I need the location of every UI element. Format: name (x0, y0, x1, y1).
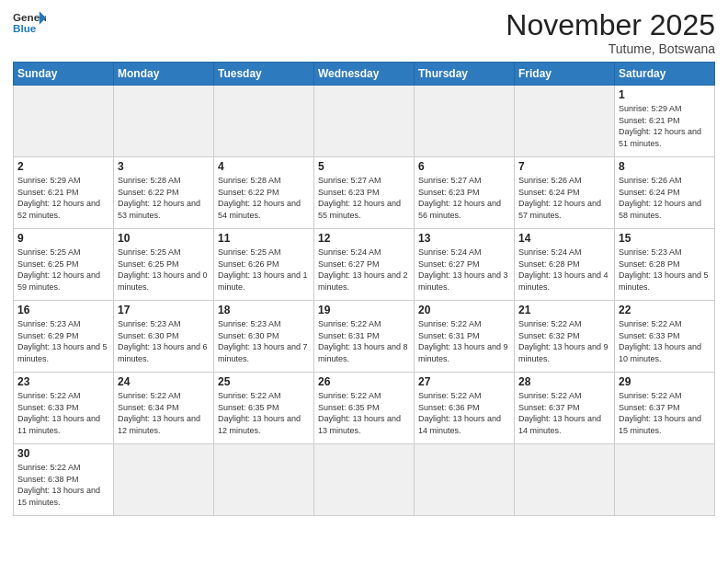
calendar-subtitle: Tutume, Botswana (506, 41, 715, 56)
day-info: Sunrise: 5:29 AM Sunset: 6:21 PM Dayligh… (17, 175, 109, 221)
day-cell: 4Sunrise: 5:28 AM Sunset: 6:22 PM Daylig… (214, 157, 314, 229)
week-row-4: 23Sunrise: 5:22 AM Sunset: 6:33 PM Dayli… (14, 373, 715, 444)
day-info: Sunrise: 5:25 AM Sunset: 6:25 PM Dayligh… (17, 247, 109, 293)
day-number: 3 (118, 160, 210, 173)
day-info: Sunrise: 5:23 AM Sunset: 6:30 PM Dayligh… (218, 318, 310, 364)
day-cell: 28Sunrise: 5:22 AM Sunset: 6:37 PM Dayli… (515, 373, 615, 444)
day-number: 15 (619, 232, 711, 245)
day-cell: 30Sunrise: 5:22 AM Sunset: 6:38 PM Dayli… (14, 444, 114, 516)
day-cell: 24Sunrise: 5:22 AM Sunset: 6:34 PM Dayli… (114, 373, 214, 444)
day-cell: 7Sunrise: 5:26 AM Sunset: 6:24 PM Daylig… (515, 157, 615, 229)
day-number: 5 (318, 160, 410, 173)
day-number: 17 (118, 304, 210, 316)
day-info: Sunrise: 5:25 AM Sunset: 6:26 PM Dayligh… (218, 247, 310, 293)
day-cell: 26Sunrise: 5:22 AM Sunset: 6:35 PM Dayli… (314, 373, 415, 444)
day-number: 12 (318, 232, 410, 245)
week-row-0: 1Sunrise: 5:29 AM Sunset: 6:21 PM Daylig… (14, 86, 715, 157)
day-number: 27 (418, 375, 510, 388)
day-cell: 19Sunrise: 5:22 AM Sunset: 6:31 PM Dayli… (314, 301, 415, 373)
day-cell: 20Sunrise: 5:22 AM Sunset: 6:31 PM Dayli… (415, 301, 515, 373)
day-number: 20 (418, 304, 510, 316)
weekday-saturday: Saturday (615, 63, 715, 86)
day-cell: 23Sunrise: 5:22 AM Sunset: 6:33 PM Dayli… (14, 373, 114, 444)
day-number: 29 (619, 375, 711, 388)
day-number: 24 (118, 375, 210, 388)
day-cell: 29Sunrise: 5:22 AM Sunset: 6:37 PM Dayli… (615, 373, 715, 444)
weekday-wednesday: Wednesday (314, 63, 415, 86)
logo-icon: General Blue (13, 9, 46, 35)
weekday-monday: Monday (114, 63, 214, 86)
day-info: Sunrise: 5:24 AM Sunset: 6:27 PM Dayligh… (318, 247, 410, 293)
day-cell: 6Sunrise: 5:27 AM Sunset: 6:23 PM Daylig… (415, 157, 515, 229)
week-row-3: 16Sunrise: 5:23 AM Sunset: 6:29 PM Dayli… (14, 301, 715, 373)
day-cell (314, 86, 415, 157)
day-info: Sunrise: 5:26 AM Sunset: 6:24 PM Dayligh… (619, 175, 711, 221)
day-cell: 12Sunrise: 5:24 AM Sunset: 6:27 PM Dayli… (314, 229, 415, 301)
day-cell: 8Sunrise: 5:26 AM Sunset: 6:24 PM Daylig… (615, 157, 715, 229)
day-cell: 2Sunrise: 5:29 AM Sunset: 6:21 PM Daylig… (14, 157, 114, 229)
day-cell: 3Sunrise: 5:28 AM Sunset: 6:22 PM Daylig… (114, 157, 214, 229)
day-cell (515, 444, 615, 516)
day-cell: 10Sunrise: 5:25 AM Sunset: 6:25 PM Dayli… (114, 229, 214, 301)
day-number: 1 (619, 88, 711, 101)
day-info: Sunrise: 5:22 AM Sunset: 6:34 PM Dayligh… (118, 390, 210, 436)
day-info: Sunrise: 5:25 AM Sunset: 6:25 PM Dayligh… (118, 247, 210, 293)
day-cell (415, 86, 515, 157)
day-cell: 16Sunrise: 5:23 AM Sunset: 6:29 PM Dayli… (14, 301, 114, 373)
day-cell: 5Sunrise: 5:27 AM Sunset: 6:23 PM Daylig… (314, 157, 415, 229)
header: General Blue November 2025 Tutume, Botsw… (13, 9, 715, 56)
day-info: Sunrise: 5:24 AM Sunset: 6:28 PM Dayligh… (518, 247, 610, 293)
day-number: 30 (17, 447, 109, 460)
day-info: Sunrise: 5:22 AM Sunset: 6:33 PM Dayligh… (619, 318, 711, 364)
day-cell (314, 444, 415, 516)
weekday-tuesday: Tuesday (214, 63, 314, 86)
day-cell: 17Sunrise: 5:23 AM Sunset: 6:30 PM Dayli… (114, 301, 214, 373)
day-cell: 25Sunrise: 5:22 AM Sunset: 6:35 PM Dayli… (214, 373, 314, 444)
svg-text:Blue: Blue (13, 22, 37, 34)
day-cell (14, 86, 114, 157)
day-cell: 15Sunrise: 5:23 AM Sunset: 6:28 PM Dayli… (615, 229, 715, 301)
day-number: 26 (318, 375, 410, 388)
day-info: Sunrise: 5:23 AM Sunset: 6:28 PM Dayligh… (619, 247, 711, 293)
day-info: Sunrise: 5:22 AM Sunset: 6:35 PM Dayligh… (218, 390, 310, 436)
day-info: Sunrise: 5:22 AM Sunset: 6:31 PM Dayligh… (418, 318, 510, 364)
day-cell: 9Sunrise: 5:25 AM Sunset: 6:25 PM Daylig… (14, 229, 114, 301)
day-number: 16 (17, 304, 109, 316)
day-cell (515, 86, 615, 157)
weekday-friday: Friday (515, 63, 615, 86)
day-info: Sunrise: 5:26 AM Sunset: 6:24 PM Dayligh… (518, 175, 610, 221)
day-number: 7 (518, 160, 610, 173)
day-number: 25 (218, 375, 310, 388)
day-info: Sunrise: 5:22 AM Sunset: 6:35 PM Dayligh… (318, 390, 410, 436)
calendar-title: November 2025 (506, 9, 715, 41)
day-cell (214, 444, 314, 516)
day-cell (114, 444, 214, 516)
day-cell (615, 444, 715, 516)
day-info: Sunrise: 5:22 AM Sunset: 6:33 PM Dayligh… (17, 390, 109, 436)
day-number: 28 (518, 375, 610, 388)
title-block: November 2025 Tutume, Botswana (506, 9, 715, 56)
week-row-2: 9Sunrise: 5:25 AM Sunset: 6:25 PM Daylig… (14, 229, 715, 301)
day-cell (114, 86, 214, 157)
day-number: 8 (619, 160, 711, 173)
week-row-5: 30Sunrise: 5:22 AM Sunset: 6:38 PM Dayli… (14, 444, 715, 516)
day-number: 23 (17, 375, 109, 388)
day-number: 22 (619, 304, 711, 316)
day-info: Sunrise: 5:22 AM Sunset: 6:37 PM Dayligh… (619, 390, 711, 436)
day-cell (214, 86, 314, 157)
day-info: Sunrise: 5:23 AM Sunset: 6:30 PM Dayligh… (118, 318, 210, 364)
day-cell: 13Sunrise: 5:24 AM Sunset: 6:27 PM Dayli… (415, 229, 515, 301)
day-number: 18 (218, 304, 310, 316)
day-info: Sunrise: 5:28 AM Sunset: 6:22 PM Dayligh… (118, 175, 210, 221)
day-info: Sunrise: 5:24 AM Sunset: 6:27 PM Dayligh… (418, 247, 510, 293)
day-number: 19 (318, 304, 410, 316)
day-number: 21 (518, 304, 610, 316)
day-number: 13 (418, 232, 510, 245)
day-info: Sunrise: 5:22 AM Sunset: 6:38 PM Dayligh… (17, 462, 109, 508)
day-cell: 22Sunrise: 5:22 AM Sunset: 6:33 PM Dayli… (615, 301, 715, 373)
day-number: 11 (218, 232, 310, 245)
day-info: Sunrise: 5:22 AM Sunset: 6:37 PM Dayligh… (518, 390, 610, 436)
day-info: Sunrise: 5:22 AM Sunset: 6:32 PM Dayligh… (518, 318, 610, 364)
day-cell: 14Sunrise: 5:24 AM Sunset: 6:28 PM Dayli… (515, 229, 615, 301)
day-number: 9 (17, 232, 109, 245)
